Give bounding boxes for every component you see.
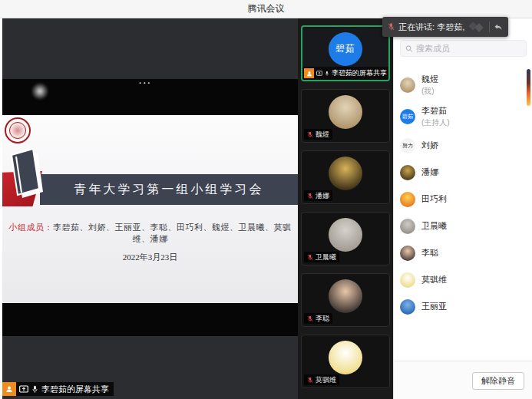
panel-footer: 解除静音: [394, 361, 532, 399]
participant-name: 魏煜: [316, 130, 329, 140]
member-avatar: [400, 299, 415, 315]
video-thumbnail[interactable]: 魏煜: [301, 89, 390, 143]
member-row[interactable]: 田巧利: [400, 186, 523, 213]
participant-avatar: [329, 341, 362, 374]
member-avatar: [400, 77, 415, 93]
member-avatar: [400, 165, 415, 180]
member-name: 魏煜: [421, 74, 438, 85]
member-list-scrollbar[interactable]: [527, 69, 530, 106]
window-titlebar: 腾讯会议: [0, 0, 532, 18]
presenter-badge-icon: [304, 68, 314, 78]
member-name: 莫骐维: [421, 274, 447, 285]
screen-share-indicator: 李碧茹的屏幕共享: [2, 382, 114, 396]
participant-avatar: [329, 157, 362, 190]
slide-members-names: 李碧茹、刘娇、王丽亚、李聪、田巧利、魏煜、卫晨曦、莫骐维、潘娜: [53, 223, 292, 243]
muted-mic-icon: [307, 254, 313, 261]
unmute-button[interactable]: 解除静音: [472, 372, 524, 390]
speaking-toast: 正在讲话: 李碧茹,: [382, 17, 508, 37]
muted-mic-icon: [307, 193, 313, 200]
participant-name-chip: 莫骐维: [304, 374, 339, 385]
member-row[interactable]: 努力 刘娇: [400, 132, 523, 159]
video-thumbnail[interactable]: 潘娜: [301, 150, 390, 204]
collapse-toast-arrow-icon[interactable]: [494, 23, 503, 31]
muted-mic-icon: [307, 315, 313, 322]
toast-divider: [489, 21, 490, 32]
member-row[interactable]: 王丽亚: [400, 293, 523, 320]
member-avatar: [400, 246, 415, 261]
presentation-slide: 青年大学习第一组小组学习会 小组成员：李碧茹、刘娇、王丽亚、李聪、田巧利、魏煜、…: [2, 115, 298, 303]
member-search-box[interactable]: [400, 40, 527, 57]
shared-screen-stage: ··· 青年大学习第一组小组学习会 小组成员：李碧茹、刘娇、王丽亚、李聪、田巧利…: [2, 18, 298, 399]
screen-share-label: 李碧茹的屏幕共享: [41, 384, 109, 395]
member-name: 卫晨曦: [421, 220, 447, 232]
toast-muted-mic-icon: [388, 22, 395, 31]
speaker-share-banner: 李碧茹的屏幕共享: [302, 67, 388, 80]
screen-share-icon: [19, 385, 28, 393]
participant-name-chip: 魏煜: [304, 129, 332, 140]
member-role: (我): [421, 86, 438, 97]
member-name: 李碧茹: [421, 105, 450, 117]
shared-screen-dots: ···: [139, 78, 152, 87]
video-thumbnail[interactable]: 李聪: [301, 273, 390, 327]
member-avatar: [400, 219, 415, 234]
participant-name: 莫骐维: [316, 375, 336, 385]
slide-title: 青年大学习第一组小组学习会: [74, 182, 264, 198]
muted-mic-icon: [307, 131, 313, 138]
member-row[interactable]: 碧茹 李碧茹 (主持人): [400, 101, 523, 132]
participant-avatar: [329, 279, 362, 313]
participant-name: 卫晨曦: [316, 252, 336, 262]
slide-members-label: 小组成员：: [9, 223, 54, 232]
slide-title-band: 青年大学习第一组小组学习会: [40, 174, 298, 205]
video-thumbnail[interactable]: 卫晨曦: [301, 212, 390, 265]
member-row[interactable]: 卫晨曦: [400, 213, 523, 239]
screen-share-icon: [316, 70, 322, 77]
participant-name-chip: 李聪: [304, 313, 332, 324]
member-avatar: [400, 192, 415, 207]
member-avatar: [400, 272, 415, 288]
member-row[interactable]: 李聪: [400, 239, 523, 266]
participant-name-chip: 潘娜: [304, 190, 332, 201]
member-row[interactable]: 莫骐维: [400, 266, 523, 293]
member-list: 魏煜 (我) 碧茹 李碧茹 (主持人) 努力 刘娇: [400, 69, 523, 320]
member-avatar: 努力: [400, 138, 415, 153]
members-panel: 魏煜 (我) 碧茹 李碧茹 (主持人) 努力 刘娇: [393, 18, 532, 399]
book-icon: [6, 144, 46, 204]
search-icon: [405, 45, 413, 53]
participant-name: 潘娜: [316, 191, 329, 201]
speaker-avatar: 碧茹: [329, 32, 362, 66]
video-thumbnail-speaker[interactable]: 碧茹 李碧茹的屏幕共享: [301, 25, 390, 81]
speaking-toast-label: 正在讲话: 李碧茹,: [398, 21, 464, 33]
participant-name-chip: 卫晨曦: [304, 252, 339, 262]
member-row[interactable]: 潘娜: [400, 159, 523, 186]
university-seal-logo: [5, 117, 31, 143]
member-row[interactable]: 魏煜 (我): [400, 69, 523, 101]
participant-name: 李聪: [316, 314, 329, 324]
university-seal-inner-ring: [9, 122, 26, 139]
member-search-input[interactable]: [416, 44, 521, 53]
window-title: 腾讯会议: [248, 2, 285, 15]
camera-light-blob: [31, 83, 48, 100]
slide-date: 2022年3月23日: [2, 252, 298, 263]
toast-ghost-icons: [468, 21, 485, 32]
member-name: 李聪: [421, 247, 438, 259]
slide-members-line: 小组成员：李碧茹、刘娇、王丽亚、李聪、田巧利、魏煜、卫晨曦、莫骐维、潘娜: [2, 222, 298, 245]
video-thumbnail-strip: 碧茹 李碧茹的屏幕共享 魏煜 潘: [298, 18, 393, 399]
member-name: 刘娇: [421, 140, 438, 151]
member-avatar: 碧茹: [400, 109, 415, 124]
muted-mic-icon: [307, 377, 313, 384]
mic-icon: [325, 70, 329, 77]
member-name: 王丽亚: [421, 301, 447, 312]
speaker-share-label: 李碧茹的屏幕共享: [332, 68, 387, 78]
member-name: 田巧利: [421, 193, 447, 205]
mic-icon: [31, 385, 38, 394]
participant-avatar: [329, 218, 362, 252]
participant-avatar: [329, 95, 362, 129]
member-name: 潘娜: [421, 167, 438, 178]
presenter-badge-icon: [2, 382, 16, 396]
member-role: (主持人): [421, 117, 450, 128]
video-thumbnail[interactable]: 莫骐维: [301, 335, 390, 388]
